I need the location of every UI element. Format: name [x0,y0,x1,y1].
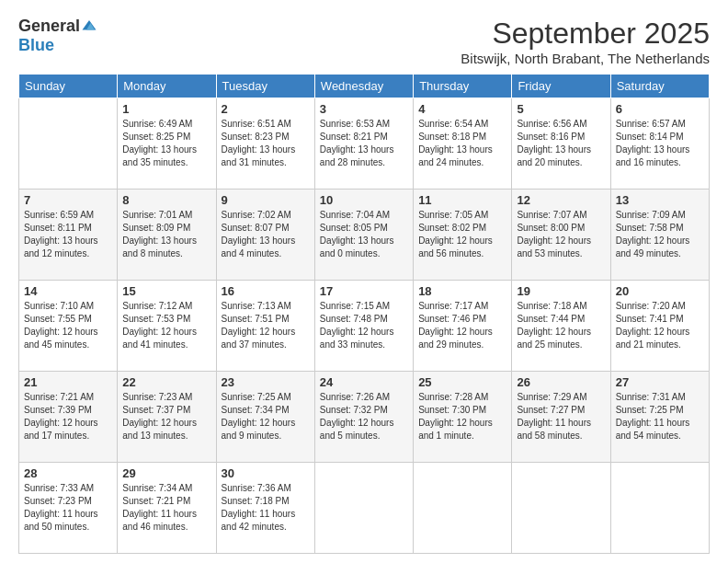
day-info: Sunrise: 7:23 AM Sunset: 7:37 PM Dayligh… [122,391,210,442]
header-sunday: Sunday [19,75,118,98]
table-row: 5Sunrise: 6:56 AM Sunset: 8:16 PM Daylig… [512,98,610,190]
calendar-week-row: 14Sunrise: 7:10 AM Sunset: 7:55 PM Dayli… [19,281,710,372]
day-number: 29 [122,466,210,480]
table-row: 17Sunrise: 7:15 AM Sunset: 7:48 PM Dayli… [314,281,413,372]
table-row: 12Sunrise: 7:07 AM Sunset: 8:00 PM Dayli… [512,190,610,281]
day-number: 12 [517,193,605,207]
day-number: 20 [616,284,704,298]
day-number: 14 [24,284,112,298]
day-number: 7 [24,193,112,207]
day-info: Sunrise: 6:57 AM Sunset: 8:14 PM Dayligh… [616,118,704,169]
table-row: 1Sunrise: 6:49 AM Sunset: 8:25 PM Daylig… [118,98,216,190]
table-row: 8Sunrise: 7:01 AM Sunset: 8:09 PM Daylig… [118,190,216,281]
day-number: 19 [517,284,605,298]
day-number: 10 [320,193,408,207]
day-info: Sunrise: 7:21 AM Sunset: 7:39 PM Dayligh… [24,391,112,442]
day-number: 27 [616,375,704,389]
title-area: September 2025 Bitswijk, North Brabant, … [461,17,710,66]
table-row: 26Sunrise: 7:29 AM Sunset: 7:27 PM Dayli… [512,372,610,463]
day-info: Sunrise: 7:15 AM Sunset: 7:48 PM Dayligh… [320,300,408,351]
day-info: Sunrise: 7:13 AM Sunset: 7:51 PM Dayligh… [222,300,310,351]
day-info: Sunrise: 6:51 AM Sunset: 8:23 PM Dayligh… [222,118,310,169]
calendar-week-row: 1Sunrise: 6:49 AM Sunset: 8:25 PM Daylig… [19,98,710,190]
day-info: Sunrise: 7:10 AM Sunset: 7:55 PM Dayligh… [24,300,112,351]
table-row: 23Sunrise: 7:25 AM Sunset: 7:34 PM Dayli… [216,372,314,463]
day-number: 21 [24,375,112,389]
day-number: 15 [122,284,210,298]
table-row: 2Sunrise: 6:51 AM Sunset: 8:23 PM Daylig… [216,98,314,190]
header: General Blue September 2025 Bitswijk, No… [18,17,710,66]
logo: General Blue [18,17,97,55]
table-row: 10Sunrise: 7:04 AM Sunset: 8:05 PM Dayli… [314,190,413,281]
table-row [512,463,610,554]
table-row: 22Sunrise: 7:23 AM Sunset: 7:37 PM Dayli… [118,372,216,463]
table-row: 27Sunrise: 7:31 AM Sunset: 7:25 PM Dayli… [610,372,709,463]
day-info: Sunrise: 6:49 AM Sunset: 8:25 PM Dayligh… [122,118,210,169]
table-row: 19Sunrise: 7:18 AM Sunset: 7:44 PM Dayli… [512,281,610,372]
day-number: 2 [222,102,310,116]
day-info: Sunrise: 7:18 AM Sunset: 7:44 PM Dayligh… [517,300,605,351]
table-row: 13Sunrise: 7:09 AM Sunset: 7:58 PM Dayli… [610,190,709,281]
logo-blue-text: Blue [18,36,54,55]
month-title: September 2025 [461,17,710,51]
day-number: 3 [320,102,408,116]
day-number: 23 [222,375,310,389]
day-number: 1 [122,102,210,116]
table-row: 24Sunrise: 7:26 AM Sunset: 7:32 PM Dayli… [314,372,413,463]
header-friday: Friday [512,75,610,98]
header-tuesday: Tuesday [216,75,314,98]
day-info: Sunrise: 7:04 AM Sunset: 8:05 PM Dayligh… [320,209,408,260]
day-number: 9 [222,193,310,207]
day-info: Sunrise: 7:36 AM Sunset: 7:18 PM Dayligh… [222,482,310,534]
day-number: 30 [222,466,310,480]
table-row: 3Sunrise: 6:53 AM Sunset: 8:21 PM Daylig… [314,98,413,190]
table-row [314,463,413,554]
table-row: 18Sunrise: 7:17 AM Sunset: 7:46 PM Dayli… [414,281,512,372]
day-number: 28 [24,466,112,480]
table-row: 15Sunrise: 7:12 AM Sunset: 7:53 PM Dayli… [118,281,216,372]
day-number: 5 [517,102,605,116]
logo-icon [81,17,97,34]
day-number: 18 [418,284,506,298]
table-row: 21Sunrise: 7:21 AM Sunset: 7:39 PM Dayli… [19,372,118,463]
day-info: Sunrise: 7:01 AM Sunset: 8:09 PM Dayligh… [122,209,210,260]
day-info: Sunrise: 7:34 AM Sunset: 7:21 PM Dayligh… [122,482,210,534]
day-number: 17 [320,284,408,298]
table-row: 4Sunrise: 6:54 AM Sunset: 8:18 PM Daylig… [414,98,512,190]
day-number: 13 [616,193,704,207]
table-row: 6Sunrise: 6:57 AM Sunset: 8:14 PM Daylig… [610,98,709,190]
day-info: Sunrise: 7:26 AM Sunset: 7:32 PM Dayligh… [320,391,408,442]
day-number: 24 [320,375,408,389]
header-thursday: Thursday [414,75,512,98]
logo-general-text: General [18,17,80,36]
table-row: 20Sunrise: 7:20 AM Sunset: 7:41 PM Dayli… [610,281,709,372]
day-number: 4 [418,102,506,116]
day-info: Sunrise: 7:12 AM Sunset: 7:53 PM Dayligh… [122,300,210,351]
table-row: 11Sunrise: 7:05 AM Sunset: 8:02 PM Dayli… [414,190,512,281]
table-row: 7Sunrise: 6:59 AM Sunset: 8:11 PM Daylig… [19,190,118,281]
page: General Blue September 2025 Bitswijk, No… [0,0,728,563]
day-number: 16 [222,284,310,298]
day-info: Sunrise: 6:54 AM Sunset: 8:18 PM Dayligh… [418,118,506,169]
day-info: Sunrise: 7:29 AM Sunset: 7:27 PM Dayligh… [517,391,605,442]
calendar-table: Sunday Monday Tuesday Wednesday Thursday… [18,74,710,554]
day-info: Sunrise: 6:56 AM Sunset: 8:16 PM Dayligh… [517,118,605,169]
day-number: 26 [517,375,605,389]
day-number: 11 [418,193,506,207]
day-number: 6 [616,102,704,116]
calendar-week-row: 28Sunrise: 7:33 AM Sunset: 7:23 PM Dayli… [19,463,710,554]
day-info: Sunrise: 7:20 AM Sunset: 7:41 PM Dayligh… [616,300,704,351]
day-number: 22 [122,375,210,389]
table-row: 28Sunrise: 7:33 AM Sunset: 7:23 PM Dayli… [19,463,118,554]
table-row: 9Sunrise: 7:02 AM Sunset: 8:07 PM Daylig… [216,190,314,281]
day-info: Sunrise: 7:07 AM Sunset: 8:00 PM Dayligh… [517,209,605,260]
day-info: Sunrise: 7:28 AM Sunset: 7:30 PM Dayligh… [418,391,506,442]
table-row [19,98,118,190]
header-wednesday: Wednesday [314,75,413,98]
day-info: Sunrise: 7:33 AM Sunset: 7:23 PM Dayligh… [24,482,112,534]
day-number: 8 [122,193,210,207]
day-info: Sunrise: 7:25 AM Sunset: 7:34 PM Dayligh… [222,391,310,442]
day-number: 25 [418,375,506,389]
table-row [610,463,709,554]
table-row: 29Sunrise: 7:34 AM Sunset: 7:21 PM Dayli… [118,463,216,554]
